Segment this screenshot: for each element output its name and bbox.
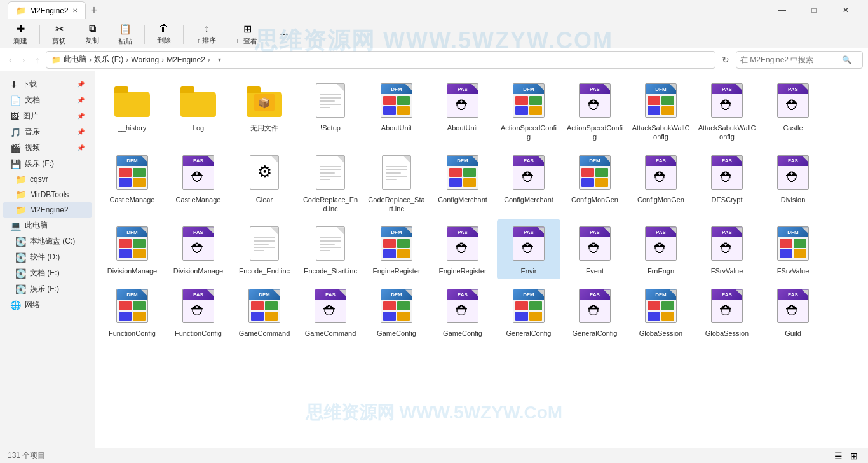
file-item[interactable]: 📦 无用文件 bbox=[233, 76, 296, 146]
file-item[interactable]: DFM ActionSpeedConfig bbox=[497, 76, 560, 146]
file-item[interactable]: PAS ⛑ ActionSpeedConfig bbox=[563, 76, 627, 146]
sidebar-item-c[interactable]: 💽 本地磁盘 (C:) bbox=[3, 233, 92, 249]
file-item[interactable]: ⚙ Clear bbox=[233, 148, 296, 218]
back-button[interactable]: ‹ bbox=[5, 52, 16, 67]
file-item[interactable]: DFM AttackSabukWallConfig bbox=[629, 76, 693, 146]
file-item[interactable]: PAS ⛑ Event bbox=[563, 219, 627, 279]
breadcrumb-drive: 娱乐 (F:) bbox=[94, 54, 123, 65]
sidebar-item-f2[interactable]: 💽 娱乐 (F:) bbox=[3, 281, 92, 297]
file-item[interactable]: PAS ⛑ Envir bbox=[497, 219, 560, 279]
file-item[interactable]: PAS ⛑ FunctionConfig bbox=[166, 282, 230, 342]
more-button[interactable]: ··· bbox=[269, 26, 299, 43]
sidebar-item-download[interactable]: ⬇ 下载 📌 bbox=[3, 76, 92, 92]
up-button[interactable]: ↑ bbox=[31, 52, 43, 67]
file-icon: PAS ⛑ bbox=[442, 286, 483, 326]
disk-d-icon: 💽 bbox=[15, 252, 26, 263]
file-item[interactable]: PAS ⛑ Castle bbox=[761, 76, 825, 146]
sidebar-item-video[interactable]: 🎬 视频 📌 bbox=[3, 140, 92, 156]
file-item[interactable]: PAS ⛑ EngineRegister bbox=[431, 219, 494, 279]
cut-button[interactable]: ✂ 剪切 bbox=[44, 20, 74, 48]
sidebar-item-e[interactable]: 💽 文档 (E:) bbox=[3, 265, 92, 281]
file-item[interactable]: __history bbox=[100, 76, 164, 146]
file-item[interactable]: !Setup bbox=[299, 76, 362, 146]
file-label: GameCommand bbox=[239, 329, 290, 338]
file-area: __history Log 📦 无用文件 !Setup DFM bbox=[95, 71, 868, 448]
file-icon: PAS ⛑ bbox=[310, 286, 351, 326]
file-item[interactable]: Log bbox=[166, 76, 230, 146]
sidebar-item-cqsvr[interactable]: 📁 cqsvr bbox=[3, 172, 92, 187]
file-item[interactable]: PAS ⛑ GlobaSession bbox=[695, 282, 759, 342]
paste-button[interactable]: 📋 粘贴 bbox=[110, 20, 140, 48]
grid-view-button[interactable]: ⊞ bbox=[848, 450, 860, 462]
breadcrumb-dropdown-icon[interactable]: ▾ bbox=[218, 56, 221, 63]
sort-button[interactable]: ↕ ↑ 排序 bbox=[187, 20, 226, 48]
file-item[interactable]: CodeReplace_End.inc bbox=[299, 148, 362, 218]
minimize-button[interactable]: — bbox=[768, 0, 797, 20]
delete-button[interactable]: 🗑 删除 bbox=[149, 20, 179, 48]
new-button[interactable]: ✚ 新建 bbox=[5, 20, 36, 48]
file-item[interactable]: DFM ConfigMerchant bbox=[431, 148, 494, 218]
sidebar-item-pc[interactable]: 💻 此电脑 bbox=[3, 218, 92, 233]
sidebar-pc-label: 此电脑 bbox=[25, 220, 85, 231]
file-label: GlobaSession bbox=[705, 329, 749, 338]
search-input[interactable] bbox=[740, 55, 842, 64]
file-item[interactable]: PAS ⛑ FSrvValue bbox=[695, 219, 759, 279]
file-item[interactable]: DFM GlobaSession bbox=[629, 282, 693, 342]
file-icon: DFM bbox=[508, 286, 549, 326]
cut-label: 剪切 bbox=[52, 36, 66, 46]
file-item[interactable]: PAS ⛑ DivisionManage bbox=[166, 219, 230, 279]
file-item[interactable]: PAS ⛑ Guild bbox=[761, 282, 825, 342]
file-item[interactable]: Encode_End.inc bbox=[233, 219, 296, 279]
file-item[interactable]: DFM EngineRegister bbox=[365, 219, 428, 279]
file-item[interactable]: PAS ⛑ DESCrypt bbox=[695, 148, 759, 218]
file-item[interactable]: Encode_Start.inc bbox=[299, 219, 362, 279]
new-tab-button[interactable]: + bbox=[86, 1, 103, 20]
search-box[interactable]: 🔍 bbox=[736, 51, 863, 69]
sidebar-item-docs[interactable]: 📄 文档 📌 bbox=[3, 92, 92, 108]
file-item[interactable]: PAS ⛑ ConfigMonGen bbox=[629, 148, 693, 218]
sidebar-item-music[interactable]: 🎵 音乐 📌 bbox=[3, 124, 92, 140]
file-item[interactable]: PAS ⛑ AttackSabukWallConfig bbox=[695, 76, 759, 146]
file-item[interactable]: DFM CastleManage bbox=[100, 148, 164, 218]
file-item[interactable]: CodeReplace_Start.inc bbox=[365, 148, 428, 218]
file-item[interactable]: DFM ConfigMonGen bbox=[563, 148, 627, 218]
file-icon: DFM bbox=[112, 286, 153, 326]
sidebar-item-mirdb[interactable]: 📁 MirDBTools bbox=[3, 187, 92, 202]
file-item[interactable]: DFM GameCommand bbox=[233, 282, 296, 342]
file-item[interactable]: PAS ⛑ GeneralConfig bbox=[563, 282, 627, 342]
file-item[interactable]: PAS ⛑ CastleManage bbox=[166, 148, 230, 218]
file-label: FunctionConfig bbox=[109, 329, 156, 338]
refresh-button[interactable]: ↻ bbox=[718, 52, 733, 67]
file-item[interactable]: DFM DivisionManage bbox=[100, 219, 164, 279]
file-item[interactable]: PAS ⛑ GameCommand bbox=[299, 282, 362, 342]
file-item[interactable]: PAS ⛑ GameConfig bbox=[431, 282, 494, 342]
file-item[interactable]: DFM FSrvValue bbox=[761, 219, 825, 279]
view-button[interactable]: ⊞ □ 查看 bbox=[228, 20, 266, 48]
file-item[interactable]: PAS ⛑ AboutUnit bbox=[431, 76, 494, 146]
forward-button[interactable]: › bbox=[18, 52, 29, 67]
copy-button[interactable]: ⧉ 复制 bbox=[77, 20, 107, 48]
delete-label: 删除 bbox=[157, 36, 171, 45]
tab-close-button[interactable]: ✕ bbox=[72, 7, 78, 14]
sidebar-item-disk-f[interactable]: 💾 娱乐 (F:) bbox=[3, 156, 92, 172]
file-item[interactable]: DFM GeneralConfig bbox=[497, 282, 560, 342]
file-label: DivisionManage bbox=[107, 266, 157, 275]
sidebar-item-pics[interactable]: 🖼 图片 📌 bbox=[3, 108, 92, 124]
sidebar-item-network[interactable]: 🌐 网络 bbox=[3, 297, 92, 313]
view-controls: ☰ ⊞ bbox=[832, 450, 860, 462]
file-label: Encode_Start.inc bbox=[304, 266, 357, 275]
sidebar-item-m2engine[interactable]: 📁 M2Engine2 bbox=[3, 202, 92, 218]
file-item[interactable]: DFM FunctionConfig bbox=[100, 282, 164, 342]
file-item[interactable]: PAS ⛑ ConfigMerchant bbox=[497, 148, 560, 218]
list-view-button[interactable]: ☰ bbox=[832, 450, 845, 462]
file-item[interactable]: DFM AboutUnit bbox=[365, 76, 428, 146]
breadcrumb[interactable]: 📁 此电脑 › 娱乐 (F:) › Working › M2Engine2 › … bbox=[46, 51, 715, 69]
sidebar-item-d[interactable]: 💽 软件 (D:) bbox=[3, 249, 92, 265]
active-tab[interactable]: 📁 M2Engine2 ✕ bbox=[8, 1, 86, 19]
file-item[interactable]: DFM GameConfig bbox=[365, 282, 428, 342]
maximize-button[interactable]: □ bbox=[799, 0, 829, 20]
file-item[interactable]: PAS ⛑ FrnEngn bbox=[629, 219, 693, 279]
close-button[interactable]: ✕ bbox=[831, 0, 860, 20]
file-item[interactable]: PAS ⛑ Division bbox=[761, 148, 825, 218]
pics-icon: 🖼 bbox=[10, 111, 19, 121]
